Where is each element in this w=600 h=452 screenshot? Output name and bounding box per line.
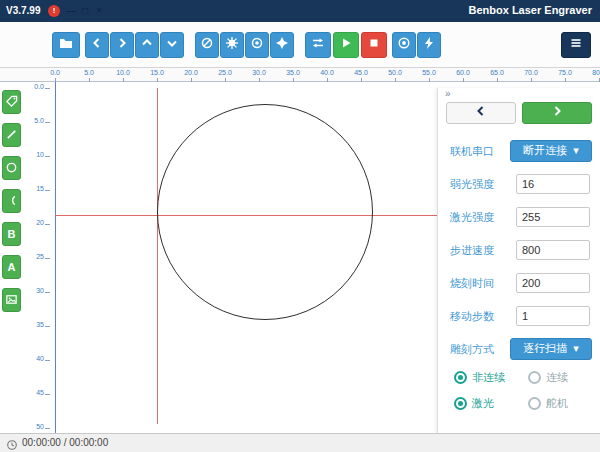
record-target-icon xyxy=(397,36,411,54)
elapsed-time-text: 00:00:00 / 00:00:00 xyxy=(22,437,108,448)
titlebar: V3.7.99 ! — □ × Benbox Laser Engraver xyxy=(0,0,600,22)
weak-laser-button[interactable] xyxy=(245,32,269,58)
ruler-tick: 35.0 xyxy=(282,69,304,76)
ruler-tick: 5.0 xyxy=(24,117,44,127)
ruler-tick: 25 xyxy=(24,253,44,263)
menu-button[interactable] xyxy=(561,32,591,58)
move-steps-label: 移动步数 xyxy=(450,308,494,323)
ruler-tick: 20 xyxy=(24,219,44,229)
chevron-left-icon xyxy=(474,104,488,122)
panel-next-button[interactable] xyxy=(522,102,592,124)
image-tool-button[interactable] xyxy=(2,288,21,312)
move-down-button[interactable] xyxy=(160,32,184,58)
bold-text-tool-button[interactable]: B xyxy=(2,222,21,246)
laser-on-button[interactable] xyxy=(220,32,244,58)
move-steps-input[interactable] xyxy=(516,306,590,326)
app-version: V3.7.99 xyxy=(6,5,40,16)
bold-letter-icon: B xyxy=(8,228,16,240)
weak-light-input[interactable] xyxy=(516,174,590,194)
toolbar xyxy=(0,22,600,68)
settings-panel: » 联机串口 断开连接 ▾ 弱光强度 激光强度 步进速度 烧刻时间 xyxy=(437,88,600,433)
ban-circle-icon xyxy=(200,36,214,54)
weak-light-row: 弱光强度 xyxy=(438,167,600,200)
collapse-panel-icon[interactable]: » xyxy=(445,88,451,99)
radio-servo[interactable]: 舵机 xyxy=(528,396,568,411)
radio-continuous[interactable]: 连续 xyxy=(528,370,568,385)
circle-icon xyxy=(5,161,18,176)
close-button[interactable]: × xyxy=(92,3,106,19)
move-steps-row: 移动步数 xyxy=(438,299,600,332)
move-right-button[interactable] xyxy=(110,32,134,58)
ruler-tick: 55.0 xyxy=(418,69,440,76)
minimize-button[interactable]: — xyxy=(64,3,78,19)
ruler-tick: 50.0 xyxy=(384,69,406,76)
continuity-radio-group: 非连续 连续 xyxy=(454,370,599,385)
step-speed-row: 步进速度 xyxy=(438,233,600,266)
ruler-tick: 45.0 xyxy=(350,69,372,76)
ruler-tick: 10.0 xyxy=(112,69,134,76)
diamond-star-icon xyxy=(275,36,289,54)
chevron-right-icon xyxy=(115,36,129,54)
text-letter-icon: A xyxy=(8,261,16,273)
ruler-tick: 40 xyxy=(24,355,44,365)
circle-tool-button[interactable] xyxy=(2,156,21,180)
engrave-mode-dropdown[interactable]: 逐行扫描 ▾ xyxy=(510,338,592,360)
ruler-tick: 10 xyxy=(24,151,44,161)
laser-power-input[interactable] xyxy=(516,207,590,227)
line-tool-button[interactable] xyxy=(2,123,21,147)
tag-icon xyxy=(5,95,18,110)
arc-tool-button[interactable] xyxy=(2,189,21,213)
chevron-left-icon xyxy=(90,36,104,54)
laser-dot-icon xyxy=(250,36,264,54)
move-up-button[interactable] xyxy=(135,32,159,58)
app-window: V3.7.99 ! — □ × Benbox Laser Engraver xyxy=(0,0,600,452)
tag-tool-button[interactable] xyxy=(2,90,21,114)
swap-arrows-icon xyxy=(311,36,325,54)
ruler-top: 0.0 5.0 10.0 15.0 20.0 25.0 30.0 35.0 40… xyxy=(0,68,600,82)
connect-dropdown[interactable]: 断开连接 ▾ xyxy=(510,140,592,162)
radio-label: 非连续 xyxy=(472,370,505,385)
laser-off-button[interactable] xyxy=(195,32,219,58)
panel-prev-button[interactable] xyxy=(446,102,516,124)
ruler-tick: 35 xyxy=(24,321,44,331)
sun-icon xyxy=(225,36,239,54)
weak-light-label: 弱光强度 xyxy=(450,176,494,191)
hamburger-menu-icon xyxy=(569,36,583,54)
radio-label: 舵机 xyxy=(546,396,568,411)
burn-time-label: 烧刻时间 xyxy=(450,275,494,290)
connect-dropdown-value: 断开连接 xyxy=(523,143,567,158)
burn-time-input[interactable] xyxy=(516,273,590,293)
ruler-tick: 75.0 xyxy=(554,69,576,76)
clock-icon xyxy=(6,437,18,452)
record-button[interactable] xyxy=(392,32,416,58)
chevron-down-icon xyxy=(165,36,179,54)
engrave-mode-row: 雕刻方式 逐行扫描 ▾ xyxy=(438,332,600,365)
step-speed-input[interactable] xyxy=(516,240,590,260)
start-button[interactable] xyxy=(333,32,359,58)
ruler-tick: 25.0 xyxy=(214,69,236,76)
ruler-tick: 30.0 xyxy=(248,69,270,76)
serial-port-label: 联机串口 xyxy=(450,143,494,158)
radio-circle-icon xyxy=(454,397,467,410)
chevron-right-icon xyxy=(550,104,564,122)
stop-button[interactable] xyxy=(361,32,387,58)
center-button[interactable] xyxy=(270,32,294,58)
radio-laser[interactable]: 激光 xyxy=(454,396,528,411)
caret-down-icon: ▾ xyxy=(573,144,579,157)
ruler-tick: 65.0 xyxy=(486,69,508,76)
ruler-tick: 20.0 xyxy=(180,69,202,76)
text-tool-button[interactable]: A xyxy=(2,255,21,279)
play-icon xyxy=(339,36,353,54)
boost-button[interactable] xyxy=(417,32,441,58)
notification-badge[interactable]: ! xyxy=(48,5,60,17)
open-file-button[interactable] xyxy=(52,32,80,58)
radio-noncontinuous[interactable]: 非连续 xyxy=(454,370,528,385)
move-left-button[interactable] xyxy=(85,32,109,58)
engrave-mode-label: 雕刻方式 xyxy=(450,341,494,356)
reset-button[interactable] xyxy=(305,32,331,58)
radio-circle-icon xyxy=(454,371,467,384)
drawn-circle-shape[interactable] xyxy=(157,104,373,320)
maximize-button[interactable]: □ xyxy=(78,3,92,19)
crosshair-vertical-line xyxy=(157,88,158,424)
ruler-tick: 45 xyxy=(24,389,44,399)
